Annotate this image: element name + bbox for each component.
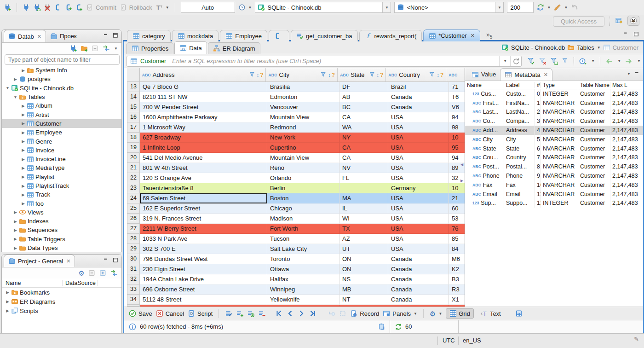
data-cell[interactable]: Vancouver [267, 102, 339, 112]
data-cell[interactable]: DF [339, 82, 388, 92]
sort-icon[interactable]: ↕ [377, 72, 380, 78]
tree-item-mediatype[interactable]: ▶ MediaType [2, 163, 121, 172]
meta-maxlength-cell[interactable]: 2,147,483 [610, 108, 643, 117]
sync-button[interactable]: ▼ [537, 4, 551, 11]
filter-input[interactable]: Customer Enter a SQL expression to filte… [126, 56, 522, 67]
minimize-icon[interactable] [623, 31, 629, 37]
data-cell[interactable]: 700 W Pender Street [140, 102, 267, 112]
data-cell[interactable]: Brazil [388, 82, 449, 92]
dbeaver-perspective-icon[interactable] [627, 16, 639, 26]
data-cell[interactable]: 8210 111 ST NW [140, 92, 267, 102]
table-row[interactable]: 171 Microsoft WayRedmondWAUSA98 [127, 122, 465, 133]
panels-button[interactable]: Panels ▼ [383, 310, 417, 317]
data-cell[interactable]: Canada [388, 264, 449, 274]
meta-label-cell[interactable]: Phone [504, 171, 535, 180]
data-cell[interactable]: Halifax [267, 274, 339, 284]
auto-refresh-icon[interactable] [579, 58, 586, 65]
row-number[interactable]: 33 [127, 284, 140, 295]
chevron-right-icon[interactable]: ▶ [20, 174, 26, 179]
meta-ordinal-cell[interactable]: 2 [535, 108, 541, 117]
filter-icon[interactable] [321, 72, 327, 78]
row-number[interactable]: 16 [127, 112, 140, 122]
filter-icon[interactable] [369, 72, 376, 78]
meta-ordinal-cell[interactable]: 11 [535, 190, 541, 199]
meta-table-cell[interactable]: Customer [578, 135, 610, 144]
meta-label-cell[interactable]: State [504, 144, 535, 153]
breadcrumb-tables[interactable]: Tables [577, 44, 594, 51]
data-cell[interactable]: CA [339, 143, 388, 153]
table-row[interactable]: 2469 Salem StreetBostonMAUSA21 [127, 193, 465, 203]
data-cell[interactable]: Tucson [267, 234, 339, 244]
forward-icon[interactable] [625, 58, 632, 65]
data-cell[interactable]: 69 Salem Street [140, 193, 267, 203]
data-cell[interactable]: Salt Lake City [267, 244, 339, 254]
table-row[interactable]: 191 Infinite LoopCupertinoCAUSA95 [127, 143, 465, 153]
data-cell[interactable] [388, 305, 449, 307]
data-cell[interactable]: NS [339, 274, 388, 284]
tree-item-track[interactable]: ▶ Track [2, 190, 121, 199]
table-row[interactable]: 32194A Chain Lake DriveHalifaxNSCanadaB3 [127, 274, 465, 284]
tab-er-diagram[interactable]: ER Diagram [208, 42, 260, 54]
tree-item-genre[interactable]: ▶ Genre [2, 137, 121, 145]
tree-item-system-info[interactable]: ▶ i System Info [2, 66, 121, 75]
data-cell[interactable]: FL [339, 173, 388, 183]
data-cell[interactable]: New York [267, 133, 339, 143]
metadata-row[interactable]: ABC Last... LastNa... 2 NVARCHAR Custome… [465, 108, 643, 117]
meta-name-cell[interactable]: 123 Cus... [465, 89, 504, 99]
tab-properties[interactable]: Properties [126, 42, 173, 54]
meta-ordinal-cell[interactable]: 12 [535, 199, 541, 208]
tree-item-invoiceline[interactable]: ▶ InvoiceLine [2, 155, 121, 163]
record-button[interactable]: i Record [350, 310, 379, 317]
tree-item-foo[interactable]: ▶ foo [2, 199, 121, 208]
view-menu-icon[interactable]: ▼ [627, 72, 631, 76]
transaction-mode-button[interactable]: T ▼ [155, 4, 169, 11]
meta-ordinal-cell[interactable]: 1 [535, 99, 541, 108]
data-cell[interactable]: WI [339, 214, 388, 224]
column-hint-icon[interactable]: ? [380, 72, 383, 78]
data-cell[interactable]: USA [388, 122, 449, 133]
meta-table-cell[interactable]: Customer [578, 89, 610, 99]
meta-table-cell[interactable]: Customer [578, 162, 610, 171]
metadata-row[interactable]: ABC Add... Address 4 NVARCHAR Customer 2… [465, 126, 643, 135]
meta-table-cell[interactable]: Customer [578, 171, 610, 180]
column-header-country[interactable]: ABCCountry↕? [386, 68, 446, 81]
data-cell[interactable]: Canada [388, 284, 449, 295]
meta-type-cell[interactable]: NVARCHAR [541, 144, 578, 153]
data-cell[interactable]: 1 Infinite Loop [140, 143, 267, 153]
meta-column-type[interactable]: Type [541, 82, 578, 88]
meta-maxlength-cell[interactable]: 2,147,483 [610, 162, 643, 171]
column-hint-icon[interactable]: ? [260, 72, 263, 78]
data-cell[interactable]: 230 Elgin Street [140, 264, 267, 274]
meta-type-cell[interactable]: NVARCHAR [541, 190, 578, 199]
meta-maxlength-cell[interactable]: 2,147,483 [610, 126, 643, 135]
table-row[interactable]: 18627 BroadwayNew YorkNYUSA10 [127, 133, 465, 143]
sash-collapse-icon[interactable]: ◀ [460, 162, 463, 167]
data-cell[interactable]: 5112 48 Street [140, 295, 267, 305]
data-cell[interactable]: NT [339, 295, 388, 305]
meta-label-cell[interactable]: FirstNa... [504, 99, 535, 108]
data-cell[interactable]: 1600 Amphitheatre Parkway [140, 112, 267, 122]
table-row[interactable]: 23Tauentzienstraße 8BerlinGermany10 [127, 183, 465, 193]
custom-filter-icon[interactable] [562, 58, 569, 64]
link-with-editor-icon[interactable] [110, 269, 118, 277]
chevron-right-icon[interactable]: ▶ [12, 77, 18, 81]
meta-type-cell[interactable]: NVARCHAR [541, 108, 578, 117]
data-cell[interactable]: 302 S 700 E [140, 244, 267, 254]
tree-item-views[interactable]: ▶ Views [2, 208, 121, 217]
meta-type-cell[interactable]: NVARCHAR [541, 171, 578, 180]
sort-icon[interactable]: ↕ [328, 72, 331, 78]
chevron-right-icon[interactable]: ▶ [20, 130, 26, 135]
table-row[interactable]: 161600 Amphitheatre ParkwayMountain View… [127, 112, 465, 122]
maximize-icon[interactable] [633, 31, 639, 37]
txn-mode-combo[interactable]: Auto [181, 2, 235, 13]
data-cell[interactable]: 162 E Superior Street [140, 203, 267, 214]
script-button[interactable]: Script [188, 310, 213, 317]
editor-tab-get-customer-ba[interactable]: get_customer_ba [291, 30, 357, 41]
meta-type-cell[interactable]: INTEGER [541, 89, 578, 99]
data-cell[interactable] [267, 305, 339, 307]
previous-row-icon[interactable] [287, 310, 294, 317]
chevron-right-icon[interactable]: ▶ [12, 228, 18, 232]
meta-ordinal-cell[interactable]: 10 [535, 180, 541, 190]
timezone-indicator[interactable]: UTC [443, 337, 455, 344]
metadata-row[interactable]: ABC Post... Postal... 8 NVARCHAR Custome… [465, 162, 643, 171]
